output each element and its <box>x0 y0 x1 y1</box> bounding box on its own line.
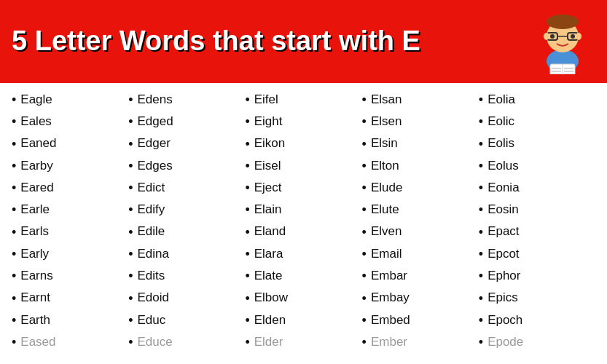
word-text: Eolus <box>487 158 519 175</box>
word-text: Elven <box>371 223 402 240</box>
word-item: •Educe <box>128 331 245 353</box>
bullet-icon: • <box>12 290 16 307</box>
bullet-icon: • <box>245 312 249 329</box>
word-text: Elara <box>254 246 283 263</box>
word-text: Earnt <box>20 290 50 306</box>
bullet-icon: • <box>12 312 16 329</box>
word-text: Elden <box>254 312 286 329</box>
bullet-icon: • <box>128 333 133 351</box>
bullet-icon: • <box>12 245 16 263</box>
word-item: •Elven <box>362 221 479 243</box>
svg-point-2 <box>547 15 579 29</box>
word-item: •Eikon <box>245 133 361 155</box>
word-item: •Elbow <box>245 288 361 309</box>
word-item: •Earby <box>12 155 128 177</box>
svg-point-9 <box>576 33 581 40</box>
bullet-icon: • <box>479 91 483 108</box>
column-4: •Elsan•Elsen•Elsin•Elton•Elude•Elute•Elv… <box>362 89 479 354</box>
word-text: Eolis <box>487 135 514 152</box>
word-item: •Earls <box>12 221 128 243</box>
word-text: Edoid <box>138 290 169 306</box>
bullet-icon: • <box>12 91 16 108</box>
word-text: Edits <box>138 268 165 285</box>
column-3: •Eifel•Eight•Eikon•Eisel•Eject•Elain•Ela… <box>245 89 361 354</box>
word-item: •Embed <box>362 309 479 331</box>
word-item: •Eared <box>12 177 128 199</box>
bullet-icon: • <box>479 135 483 153</box>
word-text: Eolia <box>487 92 515 108</box>
word-item: •Edges <box>128 155 245 177</box>
word-text: Eagle <box>20 92 52 108</box>
bullet-icon: • <box>245 245 249 263</box>
word-text: Earth <box>20 312 50 329</box>
bullet-icon: • <box>479 245 483 263</box>
word-item: •Epoch <box>479 309 595 331</box>
bullet-icon: • <box>362 113 367 130</box>
word-item: •Edoid <box>128 288 245 309</box>
svg-point-7 <box>571 34 575 39</box>
bullet-icon: • <box>245 290 249 307</box>
word-item: •Eagle <box>12 89 128 111</box>
bullet-icon: • <box>12 267 16 285</box>
word-item: •Epode <box>479 331 595 353</box>
word-text: Eject <box>254 180 282 197</box>
word-text: Embay <box>371 290 410 306</box>
bullet-icon: • <box>128 91 133 108</box>
word-text: Eolic <box>487 114 514 130</box>
word-text: Early <box>20 246 49 263</box>
word-text: Embed <box>371 312 410 329</box>
word-item: •Eight <box>245 111 361 132</box>
word-item: •Email <box>362 243 479 265</box>
bullet-icon: • <box>128 223 133 241</box>
word-item: •Edina <box>128 243 245 265</box>
title-normal: that start with E <box>205 25 420 56</box>
bullet-icon: • <box>128 267 133 285</box>
word-item: •Eonia <box>479 177 595 199</box>
word-item: •Edict <box>128 177 245 199</box>
word-item: •Earle <box>12 199 128 221</box>
word-text: Epcot <box>487 246 519 263</box>
word-item: •Eolus <box>479 155 595 177</box>
bullet-icon: • <box>128 179 133 197</box>
word-text: Edger <box>138 135 171 152</box>
bullet-icon: • <box>128 312 133 329</box>
bullet-icon: • <box>128 245 133 263</box>
word-item: •Elsin <box>362 133 479 155</box>
word-text: Eight <box>254 114 283 130</box>
content: •Eagle•Eales•Eaned•Earby•Eared•Earle•Ear… <box>0 83 607 360</box>
word-item: •Eaned <box>12 133 128 155</box>
bullet-icon: • <box>479 312 483 329</box>
header-title: 5 Letter Words that start with E <box>12 26 420 57</box>
bullet-icon: • <box>362 312 367 329</box>
word-text: Eaned <box>20 135 56 152</box>
bullet-icon: • <box>12 113 16 130</box>
bullet-icon: • <box>128 157 133 175</box>
word-text: Eosin <box>487 202 519 218</box>
word-text: Elsin <box>371 135 398 152</box>
word-item: •Elate <box>245 265 361 287</box>
bullet-icon: • <box>245 113 249 130</box>
word-item: •Eolis <box>479 133 595 155</box>
word-item: •Earth <box>12 309 128 331</box>
bullet-icon: • <box>12 135 16 153</box>
word-item: •Eolic <box>479 111 595 132</box>
bullet-icon: • <box>245 157 249 175</box>
word-item: •Elden <box>245 309 361 331</box>
bullet-icon: • <box>245 223 249 241</box>
word-text: Elain <box>254 202 282 218</box>
word-item: •Elder <box>245 331 361 353</box>
column-5: •Eolia•Eolic•Eolis•Eolus•Eonia•Eosin•Epa… <box>479 89 595 354</box>
word-item: •Earns <box>12 265 128 287</box>
word-item: •Eosin <box>479 199 595 221</box>
word-item: •Embar <box>362 265 479 287</box>
word-text: Edina <box>138 246 169 263</box>
word-text: Elute <box>371 202 399 218</box>
bullet-icon: • <box>362 333 367 351</box>
bullet-icon: • <box>245 333 249 351</box>
word-text: Eisel <box>254 158 281 175</box>
bullet-icon: • <box>362 179 367 197</box>
word-item: •Earnt <box>12 288 128 309</box>
word-text: Elton <box>371 158 399 175</box>
word-text: Educe <box>138 334 173 351</box>
word-item: •Epics <box>479 288 595 309</box>
